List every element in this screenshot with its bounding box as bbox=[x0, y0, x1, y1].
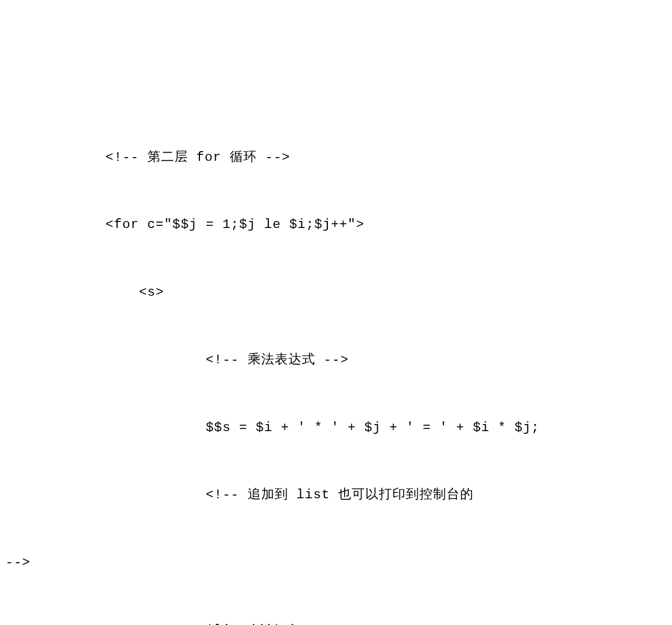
code-line: <!-- 第二层 for 循环 --> bbox=[5, 141, 667, 174]
code-line: $$s = $i + ' * ' + $j + ' = ' + $i * $j; bbox=[5, 411, 667, 445]
code-line: --> bbox=[5, 546, 667, 580]
code-line: <s> bbox=[5, 276, 667, 309]
code-line: $li.add($s); bbox=[5, 614, 667, 625]
code-line: <!-- 乘法表达式 --> bbox=[5, 343, 667, 377]
code-line: <!-- 追加到 list 也可以打印到控制台的 bbox=[5, 478, 667, 512]
code-line: <for c="$$j = 1;$j le $i;$j++"> bbox=[5, 208, 667, 242]
